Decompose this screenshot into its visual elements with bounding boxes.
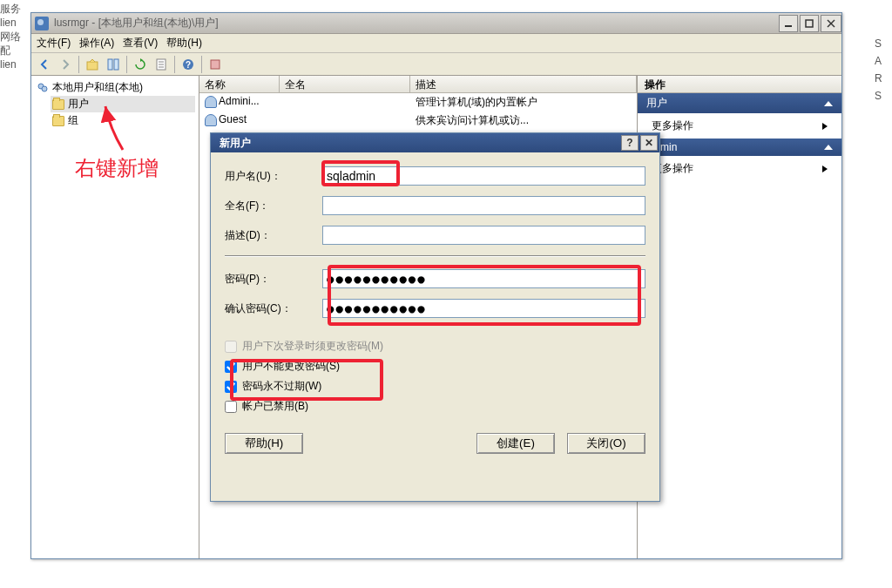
annotation-arrow bbox=[101, 102, 145, 157]
background-left-text: 服务 lien 网络配 lien bbox=[0, 0, 30, 588]
list-row[interactable]: Admini... 管理计算机(域)的内置帐户 bbox=[199, 93, 637, 112]
col-header-desc[interactable]: 描述 bbox=[410, 76, 637, 92]
disabled-box[interactable] bbox=[225, 401, 237, 413]
svg-text:?: ? bbox=[186, 60, 191, 70]
menubar: 文件(F) 操作(A) 查看(V) 帮助(H) bbox=[31, 34, 841, 53]
menu-view[interactable]: 查看(V) bbox=[123, 36, 158, 51]
tree-panel: 本地用户和组(本地) 用户 组 右键新增 bbox=[31, 76, 199, 558]
must-change-box bbox=[225, 341, 237, 353]
minimize-button[interactable] bbox=[779, 15, 798, 32]
svg-rect-1 bbox=[806, 20, 813, 27]
svg-point-12 bbox=[42, 86, 47, 91]
chevron-right-icon bbox=[822, 123, 828, 130]
fullname-input[interactable] bbox=[322, 196, 645, 215]
export-button[interactable] bbox=[152, 55, 171, 74]
titlebar[interactable]: lusrmgr - [本地用户和组(本地)\用户] bbox=[31, 13, 841, 34]
dialog-close-button[interactable]: ✕ bbox=[640, 135, 658, 151]
users-groups-icon bbox=[37, 82, 49, 94]
menu-help[interactable]: 帮助(H) bbox=[166, 36, 202, 51]
user-icon bbox=[205, 114, 217, 126]
create-button[interactable]: 创建(E) bbox=[476, 433, 555, 454]
refresh-button[interactable] bbox=[131, 55, 150, 74]
chevron-right-icon bbox=[822, 166, 828, 172]
collapse-icon bbox=[824, 145, 833, 150]
tree-root[interactable]: 本地用户和组(本地) bbox=[35, 79, 195, 96]
properties-button[interactable] bbox=[206, 55, 225, 74]
folder-icon bbox=[52, 116, 64, 126]
desc-label: 描述(D)： bbox=[225, 228, 322, 243]
dialog-titlebar[interactable]: 新用户 ? ✕ bbox=[211, 133, 659, 152]
help-button[interactable]: ? bbox=[179, 55, 198, 74]
new-user-dialog: 新用户 ? ✕ 用户名(U)： 全名(F)： 描述(D)： 密码(P)： 确认密… bbox=[210, 132, 660, 502]
disabled-checkbox[interactable]: 帐户已禁用(B) bbox=[225, 399, 645, 414]
actions-more-selected[interactable]: 更多操作 bbox=[638, 156, 841, 181]
confirm-password-input[interactable] bbox=[322, 299, 645, 318]
up-button[interactable] bbox=[83, 55, 102, 74]
svg-rect-6 bbox=[114, 59, 118, 70]
window-title: lusrmgr - [本地用户和组(本地)\用户] bbox=[54, 16, 777, 30]
password-input[interactable] bbox=[322, 269, 645, 288]
menu-file[interactable]: 文件(F) bbox=[37, 36, 71, 51]
cannot-change-box[interactable] bbox=[225, 361, 237, 373]
background-right-text: S A R S bbox=[875, 35, 892, 105]
toolbar: ? bbox=[31, 53, 841, 76]
annotation-text: 右键新增 bbox=[75, 154, 159, 182]
list-header: 名称 全名 描述 bbox=[199, 76, 637, 93]
actions-section-users[interactable]: 用户 bbox=[638, 93, 841, 113]
col-header-name[interactable]: 名称 bbox=[199, 76, 280, 92]
must-change-checkbox: 用户下次登录时须更改密码(M) bbox=[225, 339, 645, 354]
actions-section-selected[interactable]: ladmin bbox=[638, 139, 841, 156]
password-label: 密码(P)： bbox=[225, 272, 322, 287]
never-expire-checkbox[interactable]: 密码永不过期(W) bbox=[225, 379, 645, 394]
forward-button[interactable] bbox=[56, 55, 75, 74]
folder-icon bbox=[52, 99, 64, 110]
back-button[interactable] bbox=[35, 55, 54, 74]
desc-input[interactable] bbox=[322, 226, 645, 245]
never-expire-box[interactable] bbox=[225, 381, 237, 393]
dialog-help-button[interactable]: ? bbox=[621, 135, 639, 151]
actions-more-users[interactable]: 更多操作 bbox=[638, 113, 841, 139]
show-hide-button[interactable] bbox=[104, 55, 123, 74]
username-label: 用户名(U)： bbox=[225, 169, 322, 184]
close-button[interactable]: 关闭(O) bbox=[567, 433, 645, 454]
help-button[interactable]: 帮助(H) bbox=[225, 433, 303, 454]
svg-rect-10 bbox=[211, 60, 220, 69]
maximize-button[interactable] bbox=[800, 15, 819, 32]
menu-action[interactable]: 操作(A) bbox=[79, 36, 114, 51]
user-icon bbox=[205, 96, 217, 108]
fullname-label: 全名(F)： bbox=[225, 199, 322, 213]
cannot-change-checkbox[interactable]: 用户不能更改密码(S) bbox=[225, 359, 645, 374]
close-button[interactable] bbox=[821, 15, 841, 32]
col-header-fullname[interactable]: 全名 bbox=[280, 76, 410, 92]
app-icon bbox=[35, 17, 49, 30]
svg-rect-4 bbox=[87, 62, 98, 70]
actions-header: 操作 bbox=[638, 76, 841, 93]
list-row[interactable]: Guest 供来宾访问计算机或访... bbox=[199, 112, 637, 130]
confirm-password-label: 确认密码(C)： bbox=[225, 301, 322, 316]
collapse-icon bbox=[824, 101, 833, 106]
dialog-title: 新用户 bbox=[220, 136, 621, 151]
actions-panel: 操作 用户 更多操作 ladmin 更多操作 bbox=[637, 76, 841, 558]
username-input[interactable] bbox=[322, 166, 645, 186]
svg-rect-5 bbox=[108, 59, 112, 70]
